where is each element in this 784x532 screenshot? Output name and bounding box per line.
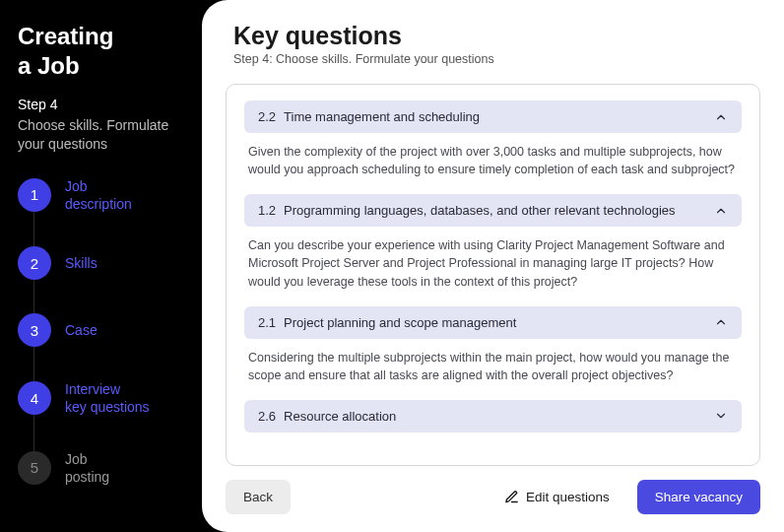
step-bubble: 2 bbox=[18, 246, 51, 280]
question-title: Time management and scheduling bbox=[284, 109, 480, 124]
sidebar: Creating a Job Step 4 Choose skills. For… bbox=[0, 0, 202, 532]
pencil-icon bbox=[504, 490, 519, 504]
footer-actions: Back Edit questions Share vacancy bbox=[202, 466, 784, 532]
step-item-4[interactable]: 4Interviewkey questions bbox=[18, 380, 186, 416]
step-item-2[interactable]: 2Skills bbox=[18, 246, 186, 280]
back-button[interactable]: Back bbox=[226, 480, 291, 514]
question-body: Considering the multiple subprojects wit… bbox=[244, 339, 742, 400]
step-item-5[interactable]: 5Jobposting bbox=[18, 450, 186, 486]
current-step-desc: Choose skills. Formulate your questions bbox=[18, 116, 186, 154]
chevron-up-icon bbox=[714, 315, 728, 329]
question-body: Given the complexity of the project with… bbox=[244, 133, 742, 194]
step-label: Skills bbox=[65, 254, 98, 272]
step-label: Jobposting bbox=[65, 450, 109, 486]
question-title: Programming languages, databases, and ot… bbox=[284, 203, 675, 218]
step-item-1[interactable]: 1Jobdescription bbox=[18, 177, 186, 213]
step-bubble: 4 bbox=[18, 381, 51, 415]
question-body: Can you describe your experience with us… bbox=[244, 227, 742, 305]
step-label: Jobdescription bbox=[65, 177, 132, 213]
page-subtitle: Step 4: Choose skills. Formulate your qu… bbox=[233, 52, 752, 66]
chevron-down-icon bbox=[714, 409, 728, 423]
main-panel: Key questions Step 4: Choose skills. For… bbox=[202, 0, 784, 532]
step-item-3[interactable]: 3Case bbox=[18, 313, 186, 347]
step-bubble: 5 bbox=[18, 451, 51, 485]
question-header[interactable]: 1.2Programming languages, databases, and… bbox=[244, 194, 742, 227]
page-title: Key questions bbox=[233, 22, 752, 50]
question-number: 2.6 bbox=[258, 409, 276, 424]
main-header: Key questions Step 4: Choose skills. For… bbox=[202, 0, 784, 74]
step-label: Interviewkey questions bbox=[65, 380, 150, 416]
question-title: Resource allocation bbox=[284, 409, 396, 424]
step-label: Case bbox=[65, 321, 98, 339]
question-number: 2.1 bbox=[258, 315, 276, 330]
question-header[interactable]: 2.6Resource allocation bbox=[244, 400, 742, 432]
step-bubble: 3 bbox=[18, 313, 51, 347]
app-title: Creating a Job bbox=[18, 22, 186, 81]
step-bubble: 1 bbox=[18, 178, 51, 212]
edit-questions-button[interactable]: Edit questions bbox=[487, 480, 627, 514]
question-number: 1.2 bbox=[258, 203, 276, 218]
edit-questions-label: Edit questions bbox=[526, 490, 610, 504]
question-number: 2.2 bbox=[258, 109, 276, 124]
current-step-label: Step 4 bbox=[18, 97, 186, 112]
question-title: Project planning and scope management bbox=[284, 315, 516, 330]
chevron-up-icon bbox=[714, 204, 728, 218]
share-vacancy-button[interactable]: Share vacancy bbox=[637, 480, 760, 514]
question-header[interactable]: 2.1Project planning and scope management bbox=[244, 306, 742, 339]
chevron-up-icon bbox=[714, 110, 728, 124]
questions-card: 2.2Time management and schedulingGiven t… bbox=[226, 84, 760, 466]
question-header[interactable]: 2.2Time management and scheduling bbox=[244, 100, 742, 133]
step-list: 1Jobdescription2Skills3Case4Interviewkey… bbox=[18, 177, 186, 486]
